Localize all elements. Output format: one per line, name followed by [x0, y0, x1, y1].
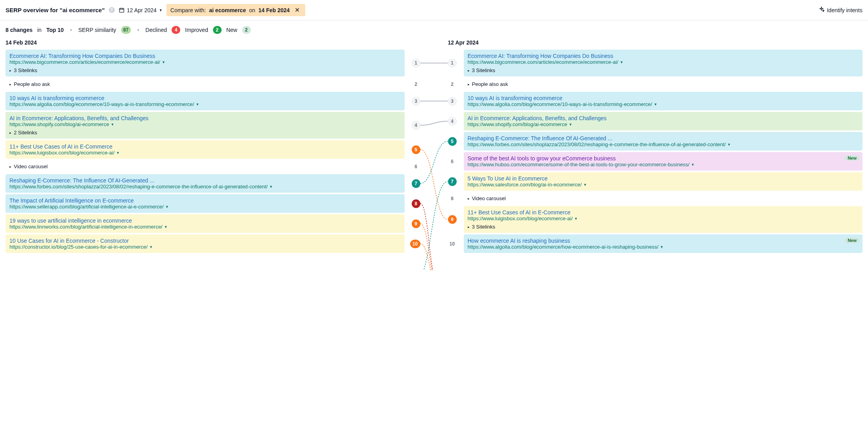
result-title-link[interactable]: 5 Ways To Use AI in Ecommerce: [468, 175, 859, 182]
serp-card[interactable]: 11+ Best Use Cases of AI in E-Commerceht…: [6, 140, 405, 159]
new-result-badge: New: [845, 238, 859, 243]
rank-bubble: 1: [448, 59, 457, 67]
result-url: https://www.algolia.com/blog/ecommerce/1…: [468, 101, 652, 107]
new-result-badge: New: [845, 155, 859, 161]
declined-label: Declined: [146, 27, 167, 33]
expand-icon[interactable]: ▸: [9, 69, 11, 73]
serp-row: Ecommerce AI: Transforming How Companies…: [6, 50, 420, 76]
serp-card[interactable]: Reshaping E-Commerce: The Influence Of A…: [464, 132, 863, 151]
new-badge: 2: [242, 26, 251, 34]
expand-icon[interactable]: ▸: [468, 197, 470, 201]
chevron-down-icon[interactable]: ▼: [164, 225, 168, 229]
result-title-link[interactable]: Reshaping E-Commerce: The Influence Of A…: [468, 135, 859, 141]
serp-card[interactable]: ▸People also ask: [464, 78, 863, 90]
rank-bubble: 2: [412, 80, 420, 89]
result-title-link[interactable]: Ecommerce AI: Transforming How Companies…: [468, 53, 859, 59]
result-title-link[interactable]: 10 Use Cases for AI in Ecommerce - Const…: [9, 238, 401, 244]
rank-bubble: 4: [448, 117, 457, 126]
result-url: https://www.forbes.com/sites/shoplazza/2…: [9, 184, 268, 190]
result-title-link[interactable]: Some of the best AI tools to grow your e…: [468, 155, 859, 162]
serp-card[interactable]: 19 ways to use artificial intelligence i…: [6, 214, 405, 233]
serp-row: 5Reshaping E-Commerce: The Influence Of …: [448, 132, 863, 151]
serp-card[interactable]: The Impact of Artificial Intelligence on…: [6, 194, 405, 213]
summary-bar: 8 changes in Top 10 • SERP similarity 87…: [0, 20, 868, 39]
chevron-down-icon[interactable]: ▼: [162, 60, 165, 64]
chevron-down-icon[interactable]: ▼: [583, 183, 587, 187]
result-title-link[interactable]: 19 ways to use artificial intelligence i…: [9, 218, 401, 224]
chevron-down-icon[interactable]: ▼: [165, 205, 169, 209]
result-url: https://www.forbes.com/sites/shoplazza/2…: [468, 141, 726, 147]
expand-icon[interactable]: ▸: [9, 82, 11, 86]
serp-card[interactable]: Ecommerce AI: Transforming How Companies…: [6, 50, 405, 76]
result-title-link[interactable]: Reshaping E-Commerce: The Influence Of A…: [9, 177, 401, 184]
help-icon[interactable]: ?: [109, 7, 115, 13]
serp-card[interactable]: Reshaping E-Commerce: The Influence Of A…: [6, 174, 405, 193]
sitelinks-label: 2 Sitelinks: [14, 130, 37, 136]
serp-card[interactable]: ▸People also ask: [6, 78, 405, 90]
serp-card[interactable]: 10 ways AI is transforming ecommercehttp…: [6, 92, 405, 110]
result-url: https://www.shopify.com/blog/ai-ecommerc…: [9, 121, 109, 127]
changes-scope: Top 10: [46, 27, 63, 33]
serp-card[interactable]: How ecommerce AI is reshaping businessht…: [464, 234, 863, 253]
serp-row: 911+ Best Use Cases of AI in E-Commerceh…: [448, 206, 863, 233]
serp-card[interactable]: AI in Ecommerce: Applications, Benefits,…: [464, 112, 863, 130]
result-title-link[interactable]: Ecommerce AI: Transforming How Companies…: [9, 53, 401, 59]
result-title-link[interactable]: AI in Ecommerce: Applications, Benefits,…: [9, 115, 401, 121]
serp-card[interactable]: 10 ways AI is transforming ecommercehttp…: [464, 92, 863, 110]
rank-bubble: 6: [448, 157, 457, 166]
expand-icon[interactable]: ▸: [468, 82, 470, 86]
result-url: https://www.algolia.com/blog/ecommerce/h…: [468, 244, 659, 250]
result-title-link[interactable]: 10 ways AI is transforming ecommerce: [468, 95, 859, 101]
serp-card[interactable]: ▸Video carousel: [6, 160, 405, 173]
result-title-link[interactable]: The Impact of Artificial Intelligence on…: [9, 197, 401, 204]
result-title-link[interactable]: How ecommerce AI is reshaping business: [468, 238, 859, 244]
serp-card[interactable]: ▸Video carousel: [464, 192, 863, 204]
serp-row: Reshaping E-Commerce: The Influence Of A…: [6, 174, 420, 193]
identify-intents-button[interactable]: Identify intents: [818, 6, 862, 14]
result-title-link[interactable]: 11+ Best Use Cases of AI in E-Commerce: [468, 209, 859, 216]
result-title-link[interactable]: AI in Ecommerce: Applications, Benefits,…: [468, 115, 859, 121]
date-selector[interactable]: 12 Apr 2024 ▼: [119, 7, 162, 13]
serp-feature-label: People also ask: [14, 81, 50, 87]
chevron-down-icon[interactable]: ▼: [196, 102, 199, 106]
serp-card[interactable]: Ecommerce AI: Transforming How Companies…: [464, 50, 863, 76]
close-icon[interactable]: ✕: [293, 6, 301, 14]
result-url: https://www.luigisbox.com/blog/ecommerce…: [9, 150, 115, 156]
similarity-label: SERP similarity: [78, 27, 116, 33]
left-column: 14 Feb 2024 Ecommerce AI: Transforming H…: [6, 39, 420, 255]
separator-dot: •: [136, 27, 141, 33]
chevron-down-icon[interactable]: ▼: [569, 123, 572, 126]
calendar-icon: [119, 7, 125, 13]
separator-dot: •: [68, 27, 73, 33]
chevron-down-icon[interactable]: ▼: [269, 185, 273, 189]
rank-bubble: 9: [448, 215, 457, 224]
expand-icon[interactable]: ▸: [9, 165, 11, 169]
sitelinks-label: 3 Sitelinks: [14, 67, 37, 73]
serp-card[interactable]: 10 Use Cases for AI in Ecommerce - Const…: [6, 234, 405, 253]
chevron-down-icon[interactable]: ▼: [691, 163, 694, 167]
chevron-down-icon[interactable]: ▼: [574, 217, 578, 221]
compare-on: on: [249, 7, 256, 13]
chevron-down-icon[interactable]: ▼: [149, 245, 153, 249]
expand-icon[interactable]: ▸: [9, 131, 11, 135]
expand-icon[interactable]: ▸: [468, 69, 470, 73]
result-title-link[interactable]: 11+ Best Use Cases of AI in E-Commerce: [9, 143, 401, 150]
declined-badge: 4: [172, 26, 180, 34]
chevron-down-icon[interactable]: ▼: [654, 102, 657, 106]
result-title-link[interactable]: 10 ways AI is transforming ecommerce: [9, 95, 401, 101]
chevron-down-icon[interactable]: ▼: [620, 60, 623, 64]
serp-card[interactable]: AI in Ecommerce: Applications, Benefits,…: [6, 112, 405, 139]
serp-card[interactable]: 11+ Best Use Cases of AI in E-Commerceht…: [464, 206, 863, 233]
serp-row: 2▸People also ask: [448, 78, 863, 90]
chevron-down-icon[interactable]: ▼: [111, 123, 114, 126]
chevron-down-icon[interactable]: ▼: [727, 143, 731, 147]
serp-card[interactable]: Some of the best AI tools to grow your e…: [464, 152, 863, 171]
chevron-down-icon[interactable]: ▼: [660, 245, 664, 249]
chevron-down-icon[interactable]: ▼: [116, 151, 120, 155]
rank-bubble: 5: [448, 137, 457, 146]
serp-row: 11+ Best Use Cases of AI in E-Commerceht…: [6, 140, 420, 159]
expand-icon[interactable]: ▸: [468, 225, 470, 229]
serp-card[interactable]: 5 Ways To Use AI in Ecommercehttps://www…: [464, 172, 863, 191]
result-url: https://www.sellerapp.com/blog/artificia…: [9, 204, 164, 210]
sparkle-icon: [818, 6, 825, 14]
